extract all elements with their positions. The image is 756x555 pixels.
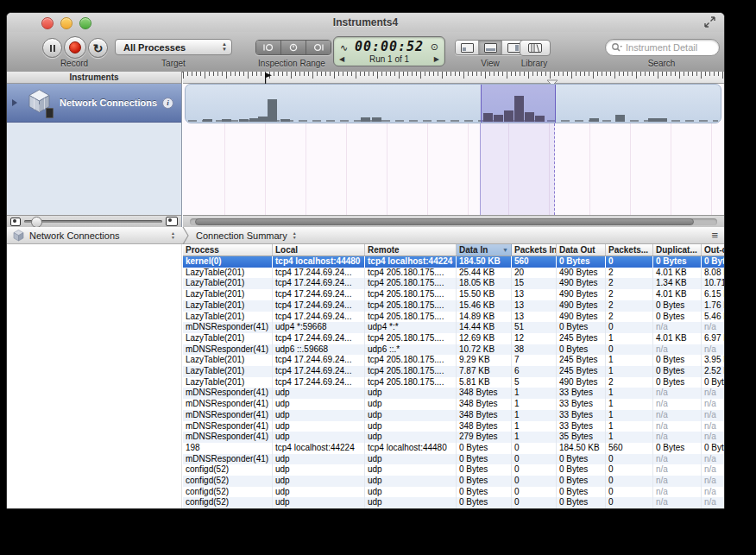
playhead-flag-icon[interactable]: [265, 73, 273, 84]
cell-packets-in: 0: [512, 454, 557, 465]
table-row[interactable]: mDNSResponder(41)udp6 ::.59668udp6 ::.*1…: [183, 344, 725, 356]
cell-remote: udp4 *:*: [365, 322, 457, 333]
cell-data-in: 279 Bytes: [457, 432, 512, 443]
timeline-ruler[interactable]: [183, 72, 724, 84]
column-header-local[interactable]: Local: [273, 244, 365, 256]
cell-data-out: 490 Bytes: [557, 278, 606, 289]
title-bar[interactable]: Instruments4: [7, 13, 724, 32]
table-row[interactable]: 198tcp4 localhost:44224tcp4 localhost:44…: [183, 443, 725, 454]
sort-descending-icon: ▼: [502, 247, 508, 253]
table-row[interactable]: mDNSResponder(41)udpudp279 Bytes135 Byte…: [183, 432, 725, 443]
cell-duplicat---: 4.01 KB: [653, 333, 702, 344]
view-bottom-pane-button[interactable]: [479, 41, 502, 54]
cell-duplicat---: n/a: [653, 432, 702, 443]
column-header-duplicat---[interactable]: Duplicat...: [653, 244, 702, 256]
instrument-cube-icon: [28, 89, 51, 117]
cell-remote: udp: [365, 410, 457, 421]
table-row[interactable]: mDNSResponder(41)udpudp348 Bytes133 Byte…: [183, 388, 725, 399]
table-row[interactable]: mDNSResponder(41)udp4 *:59668udp4 *:*14.…: [183, 322, 725, 333]
column-header-data-in[interactable]: Data In▼: [457, 244, 512, 256]
cell-process: kernel(0): [183, 256, 273, 268]
histogram-bar: [222, 119, 231, 122]
column-header-data-out[interactable]: Data Out: [557, 244, 606, 256]
popup-arrows-icon: ▲▼: [293, 231, 297, 240]
cell-duplicat---: 0 Bytes: [653, 377, 702, 388]
cell-data-in: 12.69 KB: [457, 333, 512, 344]
table-row[interactable]: LazyTable(201)tcp4 17.244.69.24...tcp4 2…: [183, 289, 725, 300]
column-header-out-of----[interactable]: Out-of-...: [702, 244, 726, 256]
breadcrumb-instrument-popup[interactable]: Network Connections ▲▼: [7, 227, 182, 243]
table-row[interactable]: configd(52)udpudp0 Bytes00 Bytes0n/an/an…: [183, 497, 725, 508]
next-run-button[interactable]: ▶: [434, 55, 439, 63]
search-input[interactable]: [624, 41, 714, 54]
table-row[interactable]: LazyTable(201)tcp4 17.244.69.24...tcp4 2…: [183, 268, 725, 279]
horizontal-scrollbar[interactable]: [190, 218, 717, 225]
table-row[interactable]: LazyTable(201)tcp4 17.244.69.24...tcp4 2…: [183, 312, 725, 323]
column-header-packets---[interactable]: Packets...: [606, 244, 653, 256]
cell-packets---: 2: [606, 289, 653, 300]
inspection-range-clock-button[interactable]: [281, 41, 306, 54]
info-icon[interactable]: i: [162, 98, 173, 109]
table-row[interactable]: configd(52)udpudp0 Bytes00 Bytes0n/an/an…: [183, 487, 725, 498]
table-row[interactable]: configd(52)udpudp0 Bytes00 Bytes0n/an/an…: [183, 476, 725, 487]
table-row[interactable]: LazyTable(201)tcp4 17.244.69.24...tcp4 2…: [183, 366, 725, 377]
table-row[interactable]: kernel(0)tcp4 localhost:44480tcp4 localh…: [183, 256, 725, 268]
range-start-icon: [263, 43, 274, 52]
instrument-row-network-connections[interactable]: Network Connections i: [7, 84, 181, 123]
table-row[interactable]: mDNSResponder(41)udpudp348 Bytes133 Byte…: [183, 421, 725, 432]
table-row[interactable]: mDNSResponder(41)udpudp0 Bytes00 Bytes0n…: [183, 454, 725, 465]
cell-out-of----: n/a: [702, 476, 726, 487]
column-header-packets-in[interactable]: Packets In: [512, 244, 557, 256]
fullscreen-icon[interactable]: [704, 16, 715, 28]
table-row[interactable]: LazyTable(201)tcp4 17.244.69.24...tcp4 2…: [183, 377, 725, 388]
cell-packets-in: 1: [512, 432, 557, 443]
track-size-small-icon[interactable]: [10, 218, 21, 226]
cell-packets-in: 12: [512, 333, 557, 344]
cell-data-in: 348 Bytes: [457, 399, 512, 410]
cell-packets-in: 15: [512, 278, 557, 289]
cell-data-out: 0 Bytes: [557, 487, 606, 498]
view-left-pane-button[interactable]: [456, 41, 479, 54]
inspection-range-label: Inspection Range: [234, 59, 350, 68]
track-zoom-slider[interactable]: [24, 220, 162, 223]
histogram-bar: [648, 118, 658, 122]
column-header-remote[interactable]: Remote: [365, 244, 457, 256]
table-row[interactable]: LazyTable(201)tcp4 17.244.69.24...tcp4 2…: [183, 333, 725, 344]
inspection-range-start-button[interactable]: [256, 41, 281, 54]
breadcrumb-detail-popup[interactable]: Connection Summary ▲▼: [196, 230, 297, 241]
table-row[interactable]: configd(52)udpudp0 Bytes00 Bytes0n/an/an…: [183, 464, 725, 476]
column-header-process[interactable]: Process: [183, 244, 273, 256]
pause-button[interactable]: [42, 38, 62, 58]
table-row[interactable]: mDNSResponder(41)udpudp348 Bytes133 Byte…: [183, 410, 725, 421]
table-row[interactable]: LazyTable(201)tcp4 17.244.69.24...tcp4 2…: [183, 278, 725, 289]
table-row[interactable]: LazyTable(201)tcp4 17.244.69.24...tcp4 2…: [183, 355, 725, 366]
cell-data-out: 33 Bytes: [557, 388, 606, 399]
table-options-menu-icon[interactable]: ≡: [711, 229, 718, 242]
network-connections-track[interactable]: [185, 84, 721, 123]
target-dropdown[interactable]: All Processes ▲▼: [115, 39, 232, 55]
cell-local: udp: [273, 399, 365, 410]
cell-data-in: 348 Bytes: [457, 410, 512, 421]
cell-out-of----: n/a: [702, 344, 726, 356]
table-row[interactable]: mDNSResponder(41)udpudp348 Bytes133 Byte…: [183, 399, 725, 410]
scrollbar-thumb[interactable]: [195, 218, 694, 225]
cell-process: mDNSResponder(41): [183, 388, 273, 399]
track-size-large-icon[interactable]: [166, 217, 178, 226]
cell-remote: udp: [365, 454, 457, 465]
timer-mode-icon[interactable]: ⊙: [431, 41, 438, 53]
record-button[interactable]: [64, 36, 86, 59]
table-row[interactable]: LazyTable(201)tcp4 17.244.69.24...tcp4 2…: [183, 300, 725, 312]
search-field[interactable]: [605, 39, 720, 56]
cell-packets---: 1: [606, 432, 653, 443]
inspection-range-selection-extension: [480, 123, 555, 215]
disclosure-triangle-icon[interactable]: [12, 99, 17, 106]
library-button[interactable]: [520, 40, 551, 56]
inspection-range-end-button[interactable]: [306, 41, 331, 54]
instrument-name: Network Connections: [60, 98, 157, 108]
cell-packets-in: 0: [512, 443, 557, 454]
cell-local: tcp4 17.244.69.24...: [273, 333, 365, 344]
loop-button[interactable]: ↻: [88, 38, 108, 58]
cell-data-out: 0 Bytes: [557, 497, 606, 508]
cell-packets---: 1: [606, 410, 653, 421]
cell-remote: tcp4 205.180.175....: [365, 355, 457, 366]
